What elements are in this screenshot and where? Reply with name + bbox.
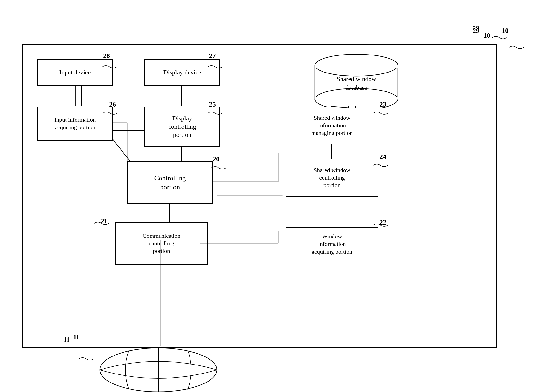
window-info-acquiring-block: Windowinformationacquiring portion bbox=[286, 227, 378, 261]
controlling-portion-block: Controllingportion bbox=[127, 161, 213, 204]
display-device-block: Display device bbox=[144, 59, 220, 86]
ref-25: 25 bbox=[209, 100, 216, 108]
outer-system-box: Input device Display device Shared windo… bbox=[22, 44, 497, 348]
svg-text:Shared window: Shared window bbox=[337, 75, 376, 82]
display-controlling-block: Displaycontrollingportion bbox=[144, 107, 220, 147]
ref-10: 10 bbox=[502, 27, 509, 35]
ref-11: 11 bbox=[73, 333, 79, 341]
network-ellipse bbox=[97, 346, 219, 392]
ref-24: 24 bbox=[380, 153, 386, 161]
ref-28: 28 bbox=[103, 52, 110, 60]
ref-22: 22 bbox=[380, 219, 386, 226]
shared-window-db-cylinder: Shared window database bbox=[310, 52, 403, 108]
shared-window-info-managing-block: Shared windowInformationmanaging portion bbox=[286, 107, 378, 144]
ref-27: 27 bbox=[209, 52, 216, 60]
svg-rect-15 bbox=[315, 97, 398, 99]
diagram-container: 10 29 bbox=[15, 19, 526, 380]
connector-lines bbox=[23, 45, 496, 347]
ref-23: 23 bbox=[380, 100, 386, 108]
ref-29-label: 29 bbox=[473, 27, 479, 35]
communication-controlling-block: Communicationcontrollingportion bbox=[115, 222, 208, 265]
svg-rect-14 bbox=[315, 65, 398, 68]
input-device-block: Input device bbox=[37, 59, 113, 86]
ref-21: 21 bbox=[101, 217, 107, 225]
ref-11-label: 11 bbox=[63, 336, 70, 344]
ref-26: 26 bbox=[109, 100, 116, 108]
ref-10-label: 10 bbox=[484, 32, 490, 39]
input-info-acquiring-block: Input informationacquiring portion bbox=[37, 107, 113, 141]
shared-window-controlling-block: Shared windowcontrollingportion bbox=[286, 159, 378, 197]
ref-20: 20 bbox=[213, 155, 219, 163]
svg-text:database: database bbox=[345, 84, 367, 91]
